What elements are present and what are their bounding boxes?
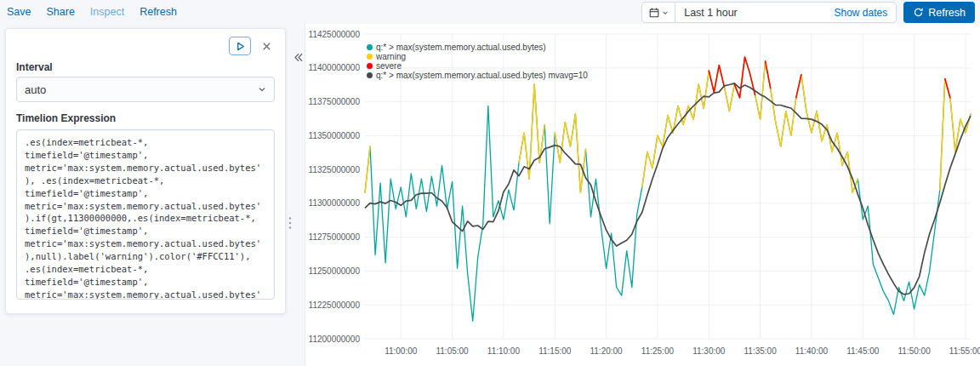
expression-sidebar: Interval auto Timelion Expression .es(in…: [0, 24, 305, 366]
legend-label: warning: [376, 52, 406, 61]
x-tick-label: 11:55:00: [949, 346, 980, 356]
x-tick-label: 11:40:00: [795, 346, 829, 356]
nav-refresh-link[interactable]: Refresh: [140, 6, 177, 18]
y-tick-label: 11325000000: [309, 165, 361, 174]
app-nav: Save Share Inspect Refresh: [7, 6, 177, 18]
top-bar: Save Share Inspect Refresh Last 1 hour S…: [0, 0, 980, 24]
x-tick-label: 11:05:00: [436, 346, 469, 356]
y-tick-label: 11250000000: [309, 266, 361, 276]
legend-dot: [367, 44, 373, 50]
series-line-severe: [945, 79, 950, 98]
interval-select[interactable]: auto: [16, 77, 275, 102]
legend-label: severe: [376, 61, 402, 71]
time-controls: Last 1 hour Show dates Refresh: [641, 2, 975, 23]
y-tick-label: 11275000000: [309, 232, 361, 242]
chevron-down-icon: [258, 85, 266, 94]
legend-dot: [367, 72, 373, 78]
expression-textarea[interactable]: .es(index=metricbeat-*, timefield='@time…: [16, 129, 275, 300]
series-line-warning: [555, 114, 585, 192]
x-tick-label: 11:10:00: [487, 346, 521, 356]
chart-legend: q:* > max(system.memory.actual.used.byte…: [367, 43, 588, 80]
refresh-icon: [913, 7, 924, 18]
double-chevron-left-icon: [293, 52, 304, 63]
calendar-icon: [648, 7, 660, 19]
legend-item[interactable]: q:* > max(system.memory.actual.used.byte…: [367, 71, 588, 80]
y-tick-label: 11425000000: [309, 30, 361, 39]
series-line-severe: [734, 57, 755, 98]
refresh-button-label: Refresh: [928, 7, 966, 19]
refresh-button[interactable]: Refresh: [903, 2, 975, 23]
x-tick-label: 11:00:00: [385, 346, 418, 356]
resize-handle[interactable]: [288, 216, 292, 233]
expression-editor-panel: Interval auto Timelion Expression .es(in…: [5, 28, 286, 314]
series-line-warning: [940, 79, 971, 191]
legend-dot: [367, 63, 373, 69]
x-tick-label: 11:20:00: [590, 346, 623, 356]
date-picker: Last 1 hour Show dates: [641, 2, 897, 23]
close-icon: [262, 42, 271, 51]
y-tick-label: 11300000000: [309, 198, 361, 208]
nav-share-link[interactable]: Share: [47, 6, 75, 18]
y-tick-label: 11350000000: [309, 131, 361, 140]
x-tick-label: 11:50:00: [898, 346, 932, 356]
collapse-panel-button[interactable]: [290, 49, 305, 65]
chart-panel: q:* > max(system.memory.actual.used.byte…: [305, 24, 980, 366]
calendar-dropdown-button[interactable]: [642, 3, 675, 22]
y-tick-label: 11225000000: [309, 300, 361, 310]
x-tick-label: 11:30:00: [692, 346, 726, 356]
legend-label: q:* > max(system.memory.actual.used.byte…: [376, 71, 588, 80]
legend-label: q:* > max(system.memory.actual.used.byte…: [376, 43, 546, 52]
nav-save-link[interactable]: Save: [7, 6, 31, 18]
series-line-raw: [365, 57, 971, 321]
y-tick-label: 11375000000: [309, 97, 361, 106]
x-tick-label: 11:45:00: [846, 346, 880, 356]
x-tick-label: 11:35:00: [744, 346, 778, 356]
series-line-severe: [766, 61, 771, 89]
y-tick-label: 11400000000: [309, 63, 361, 72]
interval-select-value: auto: [25, 83, 46, 96]
legend-item[interactable]: q:* > max(system.memory.actual.used.byte…: [367, 43, 588, 52]
series-line-severe: [796, 75, 801, 98]
play-icon: [236, 42, 245, 51]
x-tick-label: 11:15:00: [538, 346, 572, 356]
close-panel-button[interactable]: [258, 37, 275, 54]
time-range-label[interactable]: Last 1 hour: [675, 7, 825, 19]
legend-item[interactable]: warning: [367, 52, 588, 61]
x-tick-label: 11:25:00: [641, 346, 675, 356]
run-expression-button[interactable]: [229, 37, 251, 55]
chevron-down-icon: [662, 9, 669, 16]
expression-label: Timelion Expression: [16, 112, 275, 124]
legend-dot: [367, 54, 373, 60]
legend-item[interactable]: severe: [367, 61, 588, 71]
interval-label: Interval: [16, 61, 275, 73]
editor-toolbar: [16, 36, 275, 56]
nav-inspect-link[interactable]: Inspect: [90, 6, 124, 18]
series-line-warning: [642, 57, 858, 192]
show-dates-link[interactable]: Show dates: [826, 7, 897, 19]
y-tick-label: 11200000000: [309, 335, 361, 344]
